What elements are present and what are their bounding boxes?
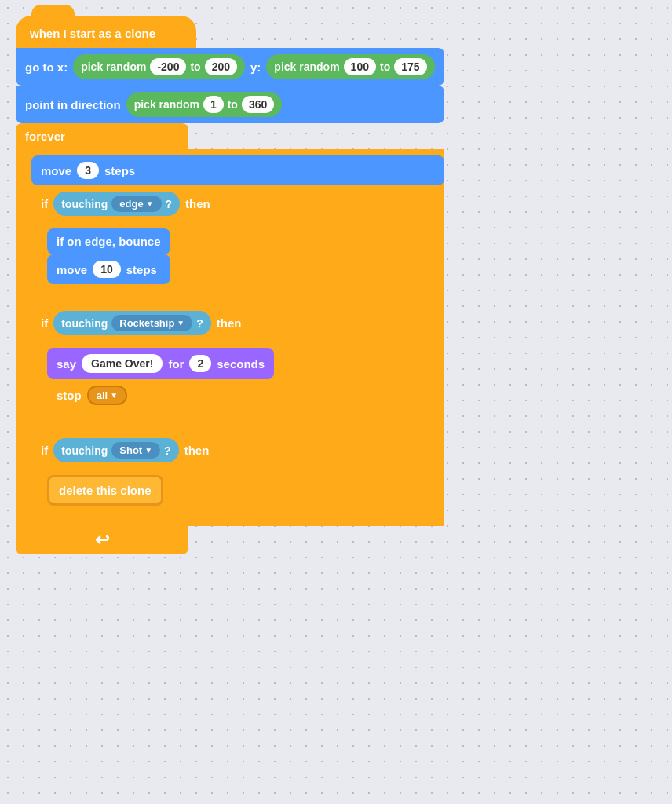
if1-label: if bbox=[41, 197, 48, 210]
if-on-edge-label: if on edge, bounce bbox=[57, 235, 161, 248]
stop-block[interactable]: stop all ▼ bbox=[47, 379, 274, 411]
if3-block: if touching Shot ▼ ? then bbox=[31, 432, 444, 520]
say-pre: say bbox=[57, 357, 76, 371]
forever-header: forever bbox=[16, 123, 188, 149]
forever-label: forever bbox=[25, 130, 65, 143]
move1-steps[interactable]: 3 bbox=[77, 162, 99, 179]
if2-touching-target[interactable]: Rocketship ▼ bbox=[111, 315, 192, 331]
move1-post: steps bbox=[104, 164, 135, 177]
goto-x-label: go to x: bbox=[25, 60, 68, 74]
hat-label: when I start as a clone bbox=[30, 27, 155, 40]
if3-header[interactable]: if touching Shot ▼ ? then bbox=[31, 432, 444, 469]
if3-touching-target[interactable]: Shot ▼ bbox=[111, 442, 160, 459]
if2-block: if touching Rocketship ▼ ? then bbox=[31, 305, 444, 426]
forever-arrow: ↩ bbox=[95, 530, 109, 550]
forever-footer: ↩ bbox=[16, 526, 188, 554]
pick-random-y-label: pick random bbox=[274, 60, 339, 73]
move1-block[interactable]: move 3 steps bbox=[31, 155, 444, 185]
goto-block[interactable]: go to x: pick random -200 to 200 y: pick… bbox=[16, 48, 444, 86]
pick-random-x[interactable]: pick random -200 to 200 bbox=[73, 54, 245, 79]
move1-pre: move bbox=[41, 164, 71, 177]
x-from-input[interactable]: -200 bbox=[150, 58, 186, 75]
dir-to-label: to bbox=[228, 98, 238, 111]
if3-then: then bbox=[184, 444, 210, 457]
pick-random-y[interactable]: pick random 100 to 175 bbox=[266, 54, 434, 79]
stop-label: stop bbox=[57, 389, 82, 402]
move2-block[interactable]: move 10 steps bbox=[47, 254, 170, 284]
if2-label: if bbox=[41, 316, 48, 330]
goto-y-label: y: bbox=[250, 60, 261, 74]
say-block[interactable]: say Game Over! for 2 seconds bbox=[47, 348, 274, 379]
say-message[interactable]: Game Over! bbox=[82, 354, 163, 373]
dir-to-input[interactable]: 360 bbox=[242, 96, 274, 113]
say-seconds-label: seconds bbox=[217, 357, 265, 371]
say-seconds-val[interactable]: 2 bbox=[189, 355, 211, 372]
move2-post: steps bbox=[126, 263, 157, 276]
if1-block: if touching edge ▼ ? then bbox=[31, 185, 444, 298]
if3-touching[interactable]: touching Shot ▼ ? bbox=[53, 438, 178, 462]
x-to-label: to bbox=[190, 60, 200, 73]
pick-random-dir-label: pick random bbox=[134, 98, 199, 111]
if2-question: ? bbox=[196, 317, 203, 330]
move2-steps[interactable]: 10 bbox=[93, 261, 121, 278]
if1-touching-label: touching bbox=[61, 198, 108, 210]
if3-label: if bbox=[41, 444, 48, 457]
if2-then: then bbox=[217, 316, 242, 330]
move2-pre: move bbox=[57, 263, 87, 276]
if3-question: ? bbox=[164, 444, 171, 457]
if2-touching[interactable]: touching Rocketship ▼ ? bbox=[53, 311, 211, 335]
scratch-script: when I start as a clone go to x: pick ra… bbox=[16, 16, 444, 554]
if2-touching-label: touching bbox=[61, 317, 108, 330]
y-from-input[interactable]: 100 bbox=[344, 58, 376, 75]
if1-touching[interactable]: touching edge ▼ ? bbox=[53, 192, 180, 216]
if1-touching-target[interactable]: edge ▼ bbox=[111, 196, 161, 212]
pick-random-x-label: pick random bbox=[81, 60, 146, 73]
pick-random-dir[interactable]: pick random 1 to 360 bbox=[126, 92, 283, 117]
say-for: for bbox=[168, 357, 184, 371]
y-to-input[interactable]: 175 bbox=[394, 58, 426, 75]
x-to-input[interactable]: 200 bbox=[205, 58, 237, 75]
if1-question: ? bbox=[166, 198, 173, 210]
delete-clone-label: delete this clone bbox=[59, 484, 152, 497]
if1-then: then bbox=[185, 197, 210, 210]
if2-header[interactable]: if touching Rocketship ▼ ? then bbox=[31, 305, 444, 342]
y-to-label: to bbox=[380, 60, 390, 73]
delete-clone-block[interactable]: delete this clone bbox=[47, 475, 163, 506]
stop-dropdown[interactable]: all ▼ bbox=[87, 386, 127, 405]
if1-header[interactable]: if touching edge ▼ ? then bbox=[31, 185, 444, 222]
forever-block[interactable]: forever move 3 steps bbox=[16, 123, 444, 554]
if3-touching-label: touching bbox=[61, 444, 108, 457]
point-direction-block[interactable]: point in direction pick random 1 to 360 bbox=[16, 86, 444, 123]
hat-block[interactable]: when I start as a clone bbox=[16, 16, 196, 48]
if-on-edge-block[interactable]: if on edge, bounce bbox=[47, 228, 170, 254]
point-label: point in direction bbox=[25, 98, 121, 111]
dir-from-input[interactable]: 1 bbox=[203, 96, 224, 113]
